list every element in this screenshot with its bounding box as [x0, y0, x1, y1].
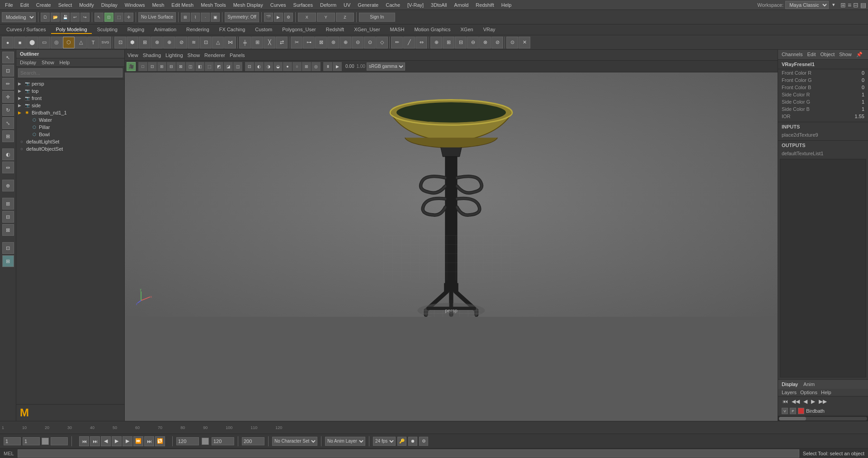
tool-sphere[interactable]: ● [2, 37, 14, 48]
tool-reduce[interactable]: ⊖ [467, 37, 479, 48]
tab-vray[interactable]: VRay [479, 26, 500, 34]
ol-menu-help[interactable]: Help [60, 60, 70, 65]
tool-paint[interactable]: ✏ [391, 37, 403, 48]
anim-end2-input[interactable] [242, 437, 264, 445]
cb-value-side-g[interactable]: 1 [862, 99, 864, 105]
tool-bevel[interactable]: ⬢ [127, 37, 138, 48]
tab-mash[interactable]: MASH [386, 26, 409, 34]
prev-keyframe-btn[interactable]: ⏭ [90, 436, 100, 446]
cb-value-side-r[interactable]: 1 [862, 92, 864, 97]
tab-motion-graphics[interactable]: Motion Graphics [410, 26, 455, 34]
vpt-textured[interactable]: ◑ [264, 62, 273, 71]
vpt-view4[interactable]: ⊟ [167, 62, 176, 71]
render-current-icon[interactable]: 🎬 [264, 13, 273, 22]
menu-3dtoall[interactable]: 3DtoAll [428, 1, 450, 9]
vp-menu-view[interactable]: View [127, 52, 138, 58]
go-to-start-btn[interactable]: ⏮ [79, 436, 89, 446]
render-settings-icon[interactable]: ⚙ [284, 13, 293, 22]
cb-pin-icon[interactable]: 📌 [856, 52, 863, 57]
tool-cube[interactable]: ■ [14, 37, 26, 48]
tab-xgen-user[interactable]: XGen_User [349, 26, 384, 34]
vpt-camera-icon[interactable]: 🎥 [127, 62, 136, 71]
menu-modify[interactable]: Modify [76, 1, 97, 9]
vpt-view5[interactable]: ⊠ [176, 62, 185, 71]
tool-x1[interactable]: ✕ [519, 37, 530, 48]
vpt-view11[interactable]: ◫ [233, 62, 242, 71]
menu-curves[interactable]: Curves [267, 1, 289, 9]
x-input[interactable]: X [298, 13, 316, 22]
dp-help-item[interactable]: Help [821, 390, 831, 395]
tab-curves-surfaces[interactable]: Curves / Surfaces [2, 26, 50, 34]
play-fwd-btn[interactable]: ▶ [112, 436, 122, 446]
select-tool-icon[interactable]: ↖ [94, 13, 104, 22]
menu-help[interactable]: Help [498, 1, 515, 9]
vpt-play[interactable]: ▶ [333, 62, 342, 71]
next-frame-btn[interactable]: ▶ [123, 436, 132, 446]
tool-offset-edge[interactable]: ⊞ [251, 37, 263, 48]
symmetry-btn[interactable]: Symmetry: Off [225, 12, 259, 22]
tool-combine[interactable]: ⊗ [151, 37, 163, 48]
character-set-select[interactable]: No Character Set [272, 437, 317, 446]
vpt-view2[interactable]: ⊡ [148, 62, 157, 71]
menu-generate[interactable]: Generate [354, 1, 382, 9]
vpt-colorspace-select[interactable]: sRGB gamma [367, 62, 405, 71]
tab-custom[interactable]: Custom [250, 26, 277, 34]
cb-show-btn[interactable]: Show [839, 52, 852, 57]
cb-value-side-b[interactable]: 1 [862, 106, 864, 112]
frame-current-input[interactable] [23, 437, 40, 445]
tool-retopo[interactable]: ⋈ [224, 37, 236, 48]
menu-select[interactable]: Select [55, 1, 75, 9]
dp-tab-anim[interactable]: Anim [803, 382, 815, 387]
menu-deform[interactable]: Deform [317, 1, 340, 9]
ol-menu-display[interactable]: Display [20, 60, 36, 65]
tab-redshift[interactable]: Redshift [321, 26, 349, 34]
vp-menu-lighting[interactable]: Lighting [165, 52, 183, 58]
frame-current-display[interactable] [51, 437, 68, 445]
new-scene-icon[interactable]: 🗋 [41, 13, 50, 22]
scale-tool-btn[interactable]: ⤡ [2, 117, 14, 129]
tool-svg[interactable]: SVG [99, 37, 111, 48]
tree-item-front[interactable]: ▶ 📷 front [16, 95, 124, 102]
vp-menu-show[interactable]: Show [188, 52, 200, 58]
tab-rendering[interactable]: Rendering [182, 26, 214, 34]
tab-animation[interactable]: Animation [150, 26, 181, 34]
menu-uv[interactable]: UV [340, 1, 354, 9]
key-all-btn[interactable]: 🔑 [397, 437, 406, 446]
menu-cache[interactable]: Cache [382, 1, 403, 9]
cb-value-ior[interactable]: 1.55 [855, 114, 864, 119]
menu-vray[interactable]: [V-Ray] [404, 1, 427, 9]
vpt-shaded[interactable]: ◒ [274, 62, 283, 71]
outliner-search-input[interactable] [18, 68, 123, 77]
universal-tool-btn[interactable]: ⊞ [2, 130, 14, 142]
menu-mesh-tools[interactable]: Mesh Tools [198, 1, 229, 9]
tool-conform[interactable]: ⊕ [430, 37, 442, 48]
snap-point-icon[interactable]: · [201, 13, 210, 22]
soft-select-btn[interactable]: ◐ [2, 148, 14, 160]
tree-item-bowl[interactable]: ⬡ Bowl [16, 131, 124, 138]
layer-color-swatch[interactable] [798, 408, 804, 414]
tool-connect[interactable]: ⊶ [303, 37, 315, 48]
anim-play-fwd-btn[interactable]: ▶ [810, 398, 816, 405]
snap-grid-icon[interactable]: ⊞ [181, 13, 190, 22]
tool-cleanup[interactable]: ⊟ [455, 37, 467, 48]
menu-arnold[interactable]: Arnold [451, 1, 472, 9]
tool-text[interactable]: T [87, 37, 99, 48]
vp-menu-renderer[interactable]: Renderer [204, 52, 225, 58]
next-keyframe-btn[interactable]: ⏩ [133, 436, 143, 446]
tab-fx-caching[interactable]: FX Caching [215, 26, 250, 34]
menu-redshift[interactable]: Redshift [472, 1, 497, 9]
viewport[interactable]: x y z persp [125, 72, 778, 317]
tool-plane[interactable]: ▭ [38, 37, 50, 48]
menu-edit[interactable]: Edit [17, 1, 32, 9]
vpt-pause[interactable]: ⏸ [323, 62, 332, 71]
go-to-end-btn[interactable]: ⏭ [144, 436, 154, 446]
tool-delete-edge[interactable]: ╳ [264, 37, 275, 48]
tool-crease[interactable]: ╱ [403, 37, 415, 48]
prev-frame-btn[interactable]: ◀ [101, 436, 111, 446]
tool-insert-edge[interactable]: ╪ [239, 37, 251, 48]
tool-poke[interactable]: ⊙ [364, 37, 376, 48]
vpt-view6[interactable]: ◫ [186, 62, 195, 71]
tree-item-objectset[interactable]: ○ defaultObjectSet [16, 145, 124, 153]
tool-cylinder[interactable]: ⬤ [26, 37, 38, 48]
paint-select-icon[interactable]: ⬚ [114, 13, 123, 22]
